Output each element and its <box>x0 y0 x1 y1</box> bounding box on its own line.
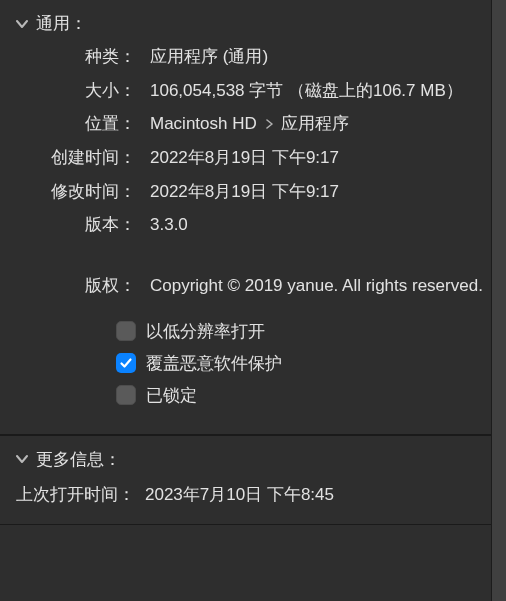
override-malware-row: 覆盖恶意软件保护 <box>116 352 506 375</box>
low-res-checkbox[interactable] <box>116 321 136 341</box>
section-more-info: 更多信息： 上次打开时间： 2023年7月10日 下午8:45 <box>0 435 506 525</box>
created-label: 创建时间： <box>8 146 136 169</box>
locked-label: 已锁定 <box>146 384 197 407</box>
copyright-value: Copyright © 2019 yanue. All rights reser… <box>150 274 486 299</box>
kind-value: 应用程序 (通用) <box>150 45 486 70</box>
chevron-right-icon <box>266 112 273 137</box>
scrollbar[interactable] <box>491 0 506 601</box>
size-value: 106,054,538 字节 （磁盘上的106.7 MB） <box>150 79 486 104</box>
version-label: 版本： <box>8 213 136 236</box>
low-res-label: 以低分辨率打开 <box>146 320 265 343</box>
section-more-info-title: 更多信息： <box>36 448 121 471</box>
last-opened-value: 2023年7月10日 下午8:45 <box>145 483 334 506</box>
general-fields: 种类： 应用程序 (通用) 大小： 106,054,538 字节 （磁盘上的10… <box>0 37 506 303</box>
where-folder: 应用程序 <box>281 114 349 133</box>
section-more-info-header[interactable]: 更多信息： <box>0 446 506 473</box>
section-general: 通用： 种类： 应用程序 (通用) 大小： 106,054,538 字节 （磁盘… <box>0 0 506 435</box>
override-malware-label: 覆盖恶意软件保护 <box>146 352 282 375</box>
modified-value: 2022年8月19日 下午9:17 <box>150 180 486 205</box>
chevron-down-icon <box>16 18 28 30</box>
chevron-down-icon <box>16 453 28 465</box>
created-value: 2022年8月19日 下午9:17 <box>150 146 486 171</box>
locked-row: 已锁定 <box>116 384 506 407</box>
where-label: 位置： <box>8 112 136 135</box>
override-malware-checkbox[interactable] <box>116 353 136 373</box>
locked-checkbox[interactable] <box>116 385 136 405</box>
kind-label: 种类： <box>8 45 136 68</box>
section-general-title: 通用： <box>36 12 87 35</box>
where-value: Macintosh HD 应用程序 <box>150 112 486 137</box>
low-res-row: 以低分辨率打开 <box>116 320 506 343</box>
last-opened-label: 上次打开时间： <box>16 483 135 506</box>
modified-label: 修改时间： <box>8 180 136 203</box>
section-general-header[interactable]: 通用： <box>0 10 506 37</box>
copyright-label: 版权： <box>8 274 136 297</box>
size-label: 大小： <box>8 79 136 102</box>
general-checkboxes: 以低分辨率打开 覆盖恶意软件保护 已锁定 <box>0 303 506 420</box>
more-info-fields: 上次打开时间： 2023年7月10日 下午8:45 <box>0 473 506 510</box>
version-value: 3.3.0 <box>150 213 486 238</box>
where-volume: Macintosh HD <box>150 114 257 133</box>
